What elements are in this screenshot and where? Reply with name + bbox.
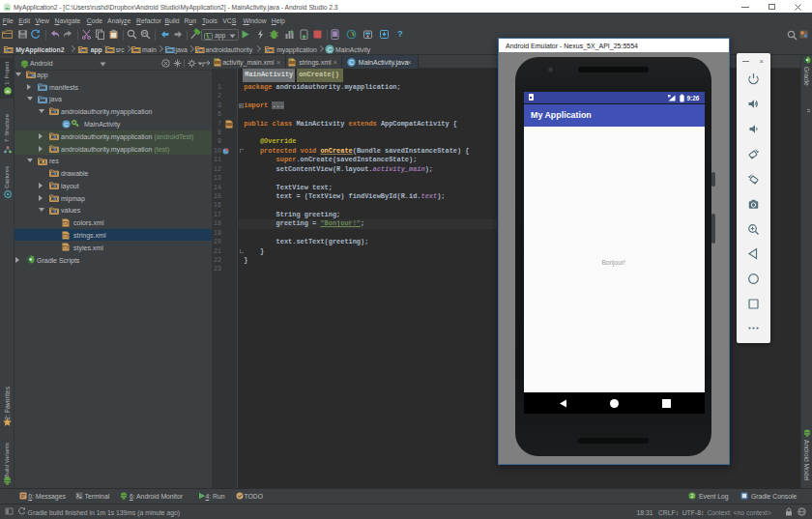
svg-text:C: C [327,46,332,53]
svg-text:xml: xml [63,233,69,237]
svg-text:2: 2 [690,493,693,499]
svg-text:xml: xml [63,221,69,225]
svg-text:C: C [64,121,69,127]
svg-text:C: C [349,59,354,66]
svg-text:xml: xml [63,245,69,249]
